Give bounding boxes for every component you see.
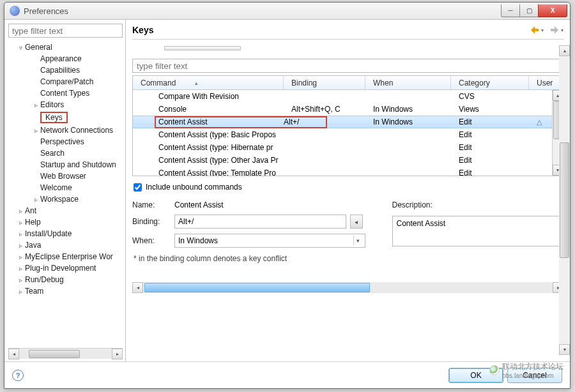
- tree-item[interactable]: Compare/Patch: [8, 76, 123, 87]
- scroll-thumb[interactable]: [29, 350, 80, 358]
- table-row[interactable]: Content AssistAlt+/In WindowsEdit△: [133, 116, 552, 128]
- scroll-thumb[interactable]: [144, 283, 370, 292]
- tree-item[interactable]: ▹Ant: [8, 205, 123, 216]
- help-icon[interactable]: ?: [12, 370, 24, 381]
- tree-item[interactable]: ▹Team: [8, 285, 123, 297]
- col-when[interactable]: When: [365, 76, 451, 89]
- minimize-button[interactable]: ─: [501, 4, 520, 17]
- tree-item[interactable]: ▹Plug-in Development: [8, 262, 123, 274]
- tree-item[interactable]: Appearance: [8, 53, 123, 64]
- tree-item[interactable]: Search: [8, 147, 123, 159]
- tree-item[interactable]: ▹Workspace: [8, 193, 123, 205]
- sidebar-hscroll[interactable]: ◂ ▸: [8, 348, 123, 359]
- table-row[interactable]: ConsoleAlt+Shift+Q, CIn WindowsViews: [133, 103, 552, 116]
- tree-item[interactable]: Perspectives: [8, 136, 123, 147]
- scroll-right-icon[interactable]: ▸: [112, 349, 123, 359]
- tree-item[interactable]: Capabilities: [8, 64, 123, 76]
- clear-binding-button[interactable]: ◂: [350, 215, 363, 229]
- maximize-button[interactable]: ▢: [519, 4, 539, 17]
- preferences-tree[interactable]: ▿GeneralAppearanceCapabilitiesCompare/Pa…: [8, 41, 123, 345]
- chevron-down-icon[interactable]: ▾: [353, 236, 363, 245]
- description-label: Description:: [392, 200, 564, 209]
- scroll-left-icon[interactable]: ◂: [8, 349, 19, 359]
- col-user[interactable]: User: [529, 76, 563, 89]
- name-value: Content Assist: [174, 200, 346, 209]
- ok-button[interactable]: OK: [448, 368, 503, 383]
- tree-item[interactable]: ▿General: [8, 41, 123, 53]
- binding-input[interactable]: [174, 215, 346, 229]
- sidebar: ▿GeneralAppearanceCapabilitiesCompare/Pa…: [4, 20, 126, 361]
- tree-item[interactable]: ▹Run/Debug: [8, 274, 123, 285]
- scheme-scroll[interactable]: [164, 46, 241, 50]
- close-button[interactable]: X: [538, 4, 567, 17]
- tree-item[interactable]: ▹Java: [8, 239, 123, 251]
- tree-item[interactable]: Startup and Shutdown: [8, 159, 123, 170]
- include-unbound-checkbox[interactable]: Include unbound commands: [134, 183, 564, 192]
- description-box: Content Assist: [392, 216, 564, 246]
- name-label: Name:: [132, 200, 171, 209]
- app-icon: [10, 6, 20, 16]
- tree-item[interactable]: Web Browser: [8, 170, 123, 182]
- tree-item[interactable]: ▹Help: [8, 216, 123, 228]
- content-hscroll[interactable]: ◂ ▸: [132, 282, 564, 293]
- tree-item[interactable]: Keys: [8, 110, 123, 124]
- scroll-thumb[interactable]: [560, 142, 569, 257]
- tree-item[interactable]: Content Types: [8, 87, 123, 99]
- table-row[interactable]: Content Assist (type: Hibernate prEdit: [133, 141, 552, 154]
- back-icon[interactable]: [530, 26, 539, 34]
- forward-icon[interactable]: [550, 26, 559, 34]
- keybindings-table: Command▴ Binding When Category User Comp…: [132, 75, 564, 176]
- command-filter-input[interactable]: [132, 59, 564, 73]
- content-vscroll[interactable]: ▴ ▾: [559, 45, 570, 355]
- cancel-button[interactable]: Cancel: [507, 368, 562, 383]
- preferences-window: Preferences ─ ▢ X ▿GeneralAppearanceCapa…: [4, 2, 571, 389]
- tree-filter-input[interactable]: [8, 24, 123, 38]
- tree-item[interactable]: ▹Editors: [8, 99, 123, 110]
- tree-item[interactable]: ▹Install/Update: [8, 228, 123, 239]
- dialog-footer: ? OK Cancel: [4, 361, 570, 388]
- tree-item[interactable]: ▹Network Connections: [8, 124, 123, 136]
- when-select[interactable]: [174, 234, 365, 248]
- col-category[interactable]: Category: [451, 76, 529, 89]
- table-row[interactable]: Content Assist (type: Basic ProposEdit: [133, 128, 552, 141]
- table-row[interactable]: Compare With RevisionCVS: [133, 90, 552, 103]
- conflict-note: * in the binding column denotes a key co…: [134, 254, 564, 263]
- page-title: Keys: [132, 25, 530, 35]
- include-unbound-input[interactable]: [134, 183, 142, 192]
- content-pane: Keys ▾ ▾ Command▴ Binding When Category: [126, 20, 570, 361]
- tree-item[interactable]: ▹MyEclipse Enterprise Wor: [8, 251, 123, 262]
- binding-label: Binding:: [132, 217, 171, 226]
- when-label: When:: [132, 236, 171, 245]
- tree-item[interactable]: Welcome: [8, 182, 123, 193]
- window-title: Preferences: [24, 6, 502, 16]
- col-binding[interactable]: Binding: [284, 76, 365, 89]
- table-row[interactable]: Content Assist (type: Other Java PrEdit: [133, 154, 552, 167]
- titlebar[interactable]: Preferences ─ ▢ X: [4, 3, 570, 20]
- col-command[interactable]: Command▴: [133, 76, 284, 89]
- table-row[interactable]: Content Assist (type: Template ProEdit: [133, 167, 552, 176]
